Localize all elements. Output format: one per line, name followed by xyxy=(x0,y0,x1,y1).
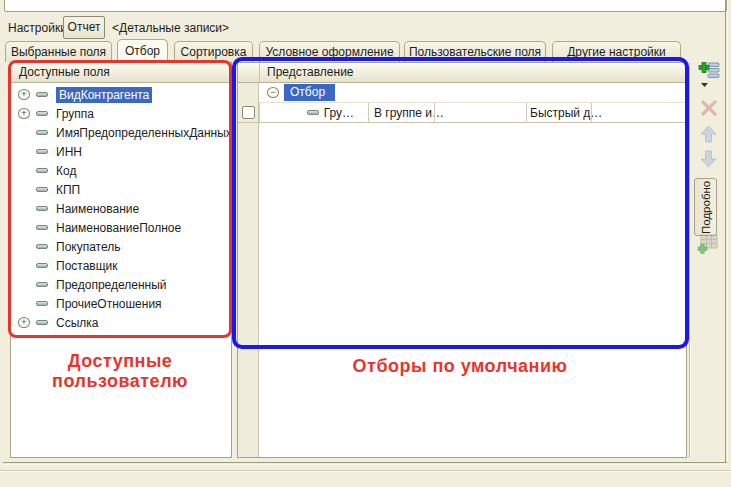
filter-group-row[interactable]: Отбор xyxy=(259,83,686,103)
collapse-minus-icon[interactable] xyxy=(267,87,279,98)
settings-label: Настройки: xyxy=(8,21,70,35)
delete-button[interactable] xyxy=(701,100,717,119)
field-icon xyxy=(36,187,48,192)
move-down-button[interactable] xyxy=(700,150,717,171)
tree-item-label: Код xyxy=(56,164,76,178)
window-frame-bottom-outer xyxy=(0,470,731,472)
tree-item[interactable]: Предопределенный xyxy=(11,275,231,294)
column-group: Гру… xyxy=(324,106,354,120)
expand-plus-icon[interactable] xyxy=(18,108,30,119)
move-up-button[interactable] xyxy=(700,125,717,146)
expand-plus-icon[interactable] xyxy=(18,89,30,100)
add-button[interactable] xyxy=(698,60,721,91)
tree-item-label: ВидКонтрагента xyxy=(56,87,152,103)
tree-item-label: Наименование xyxy=(56,202,139,216)
top-partial-control xyxy=(4,0,727,12)
tree-item-label: Поставщик xyxy=(56,259,118,273)
field-icon xyxy=(36,168,48,173)
expand-plus-icon[interactable] xyxy=(18,317,30,328)
tree-item[interactable]: НаименованиеПолное xyxy=(11,218,231,237)
tab-other-settings[interactable]: Другие настройки xyxy=(552,41,681,62)
filter-group-label: Отбор xyxy=(284,84,335,101)
available-fields-tree: ВидКонтрагента Группа ИмяПредопределенны… xyxy=(11,85,231,332)
tree-item-label: ИмяПредопределенныхДанных xyxy=(56,126,232,140)
tree-item-label: ПрочиеОтношения xyxy=(56,297,162,311)
field-icon xyxy=(36,206,48,211)
field-icon xyxy=(36,92,48,97)
annotation-right-text: Отборы по умолчанию xyxy=(270,356,650,376)
delete-icon xyxy=(701,100,717,116)
tree-item-label: Покупатель xyxy=(56,240,120,254)
variant-label: <Детальные записи> xyxy=(112,21,229,35)
tree-item[interactable]: ИНН xyxy=(11,142,231,161)
move-up-icon xyxy=(700,125,717,143)
tree-item-label: КПП xyxy=(56,183,80,197)
tree-item[interactable]: Поставщик xyxy=(11,256,231,275)
filter-use-checkbox[interactable] xyxy=(242,106,255,119)
quick-settings-button[interactable] xyxy=(697,234,719,258)
presentation-column-header: Представление xyxy=(267,63,354,82)
tree-item-label: Ссылка xyxy=(56,316,98,330)
tree-item-label: Предопределенный xyxy=(56,278,167,292)
tree-item-label: ИНН xyxy=(56,145,82,159)
tree-item[interactable]: ПрочиеОтношения xyxy=(11,294,231,313)
tree-item-label: Группа xyxy=(56,107,94,121)
toolbar-separator xyxy=(689,62,691,458)
tab-user-fields[interactable]: Пользовательские поля xyxy=(404,41,546,62)
window-frame-right xyxy=(725,0,728,463)
window-frame-bottom xyxy=(3,462,727,465)
tab-filter[interactable]: Отбор xyxy=(117,39,168,62)
tree-item-label: НаименованиеПолное xyxy=(56,221,181,235)
details-button[interactable]: Подробно xyxy=(694,178,717,236)
tree-item[interactable]: КПП xyxy=(11,180,231,199)
move-down-icon xyxy=(700,150,717,168)
field-icon xyxy=(36,282,48,287)
field-icon xyxy=(36,301,48,306)
tree-item[interactable]: Код xyxy=(11,161,231,180)
grid-plus-icon xyxy=(697,234,719,255)
tab-sorting[interactable]: Сортировка xyxy=(174,41,253,62)
field-icon xyxy=(307,110,319,115)
field-icon xyxy=(36,244,48,249)
filter-item-row[interactable]: Гру… В группе и… Быстрый д… xyxy=(238,103,686,123)
field-icon xyxy=(36,111,48,116)
field-icon xyxy=(36,263,48,268)
field-icon xyxy=(36,130,48,135)
tree-item[interactable]: Покупатель xyxy=(11,237,231,256)
tab-selected-fields[interactable]: Выбранные поля xyxy=(5,41,112,62)
available-fields-panel: Доступные поля ВидКонтрагента Группа Имя… xyxy=(10,62,232,458)
available-fields-header: Доступные поля xyxy=(11,63,231,83)
annotation-left-text: Доступные пользователю xyxy=(10,351,230,391)
tree-item[interactable]: ИмяПредопределенныхДанных xyxy=(11,123,231,142)
field-icon xyxy=(36,149,48,154)
settings-window: Настройки: Отчет <Детальные записи> Выбр… xyxy=(0,0,731,487)
field-icon xyxy=(36,320,48,325)
add-item-icon xyxy=(698,60,721,88)
tree-item[interactable]: ВидКонтрагента xyxy=(11,85,231,104)
report-button[interactable]: Отчет xyxy=(63,16,105,39)
field-icon xyxy=(36,225,48,230)
filter-table-header: Представление xyxy=(238,63,686,83)
tree-item[interactable]: Группа xyxy=(11,104,231,123)
tree-item[interactable]: Наименование xyxy=(11,199,231,218)
tab-conditional-appearance[interactable]: Условное оформление xyxy=(259,41,400,62)
tree-item[interactable]: Ссылка xyxy=(11,313,231,332)
filter-panel: Представление Отбор Гру… В группе и… Быс… xyxy=(237,62,687,458)
